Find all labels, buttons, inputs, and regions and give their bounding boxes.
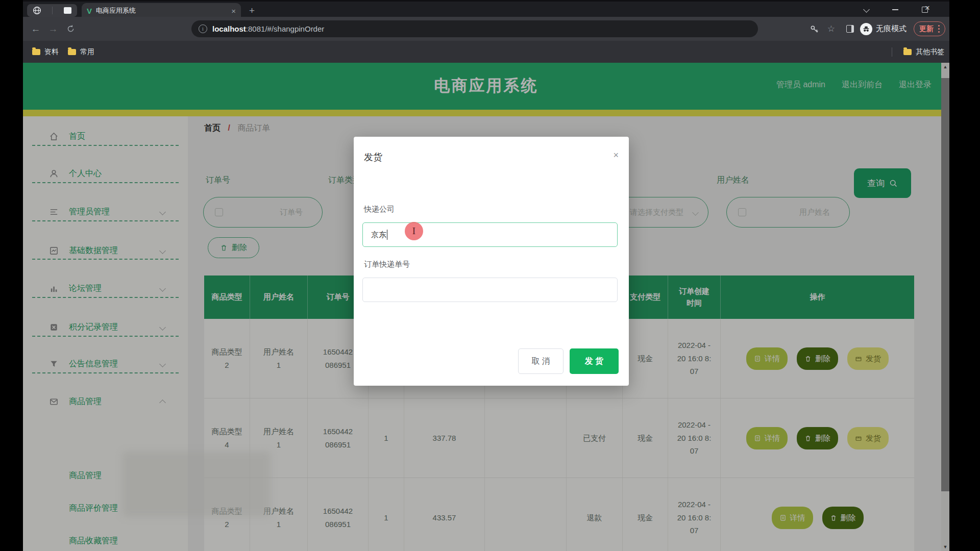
side-panel-icon[interactable]	[846, 25, 854, 33]
ship-dialog: 发货 × 快递公司 京东 订单快递单号 取 消 发 货 Ι	[354, 137, 629, 386]
close-window-button[interactable]: ×	[925, 6, 949, 11]
reload-button[interactable]	[62, 24, 79, 33]
key-icon[interactable]	[810, 24, 819, 34]
window-menu-caret-icon[interactable]	[864, 9, 869, 12]
tracking-input[interactable]	[362, 278, 618, 302]
tab-strip: V 电商应用系统 × + ×	[23, 0, 949, 18]
close-icon[interactable]: ×	[613, 150, 619, 161]
blank-favicon-icon	[64, 7, 71, 14]
active-tab[interactable]: V 电商应用系统 ×	[82, 3, 241, 18]
incognito-icon	[860, 23, 872, 35]
bookmark-folder-ziliao[interactable]: 资料	[44, 47, 59, 57]
url-text: localhost:8081/#/shangpinOrder	[212, 24, 324, 33]
courier-value: 京东	[371, 230, 386, 240]
click-highlight-cursor: Ι	[405, 222, 423, 240]
text-caret	[387, 230, 387, 240]
address-bar[interactable]: i localhost:8081/#/shangpinOrder	[191, 20, 758, 37]
pinned-divider	[52, 7, 53, 14]
tab-close-icon[interactable]: ×	[231, 7, 236, 15]
tracking-label: 订单快递单号	[364, 260, 410, 269]
other-bookmarks[interactable]: 其他书签	[916, 47, 944, 57]
page-viewport: 电商应用系统 管理员 admin 退出到前台 退出登录 首页 个人中心 管理员	[23, 63, 949, 551]
bookmark-folder-changyong[interactable]: 常用	[80, 47, 94, 57]
folder-icon	[903, 49, 912, 55]
url-path: :8081/#/shangpinOrder	[246, 24, 324, 33]
folder-icon	[68, 49, 76, 55]
courier-input[interactable]: 京东	[362, 222, 618, 247]
incognito-label: 无痕模式	[876, 24, 906, 34]
bookmarks-bar: 资料 常用 其他书签	[23, 41, 949, 63]
update-label[interactable]: 更新	[919, 24, 934, 34]
menu-dots-icon[interactable]	[938, 28, 940, 30]
site-info-icon[interactable]: i	[199, 24, 207, 33]
bookmarks-divider	[892, 47, 892, 57]
pinned-tabs[interactable]	[27, 4, 77, 17]
tab-title: 电商应用系统	[96, 6, 227, 15]
blurred-watermark	[122, 452, 271, 517]
browser-toolbar: ← → i localhost:8081/#/shangpinOrder ☆ 无…	[23, 17, 949, 41]
bookmark-star-icon[interactable]: ☆	[827, 23, 835, 34]
globe-icon	[33, 6, 41, 15]
update-chip[interactable]: 更新	[914, 21, 945, 36]
forward-button[interactable]: →	[44, 23, 62, 35]
confirm-ship-button[interactable]: 发 货	[570, 348, 619, 374]
url-host: localhost	[212, 24, 246, 33]
cancel-button[interactable]: 取 消	[518, 348, 564, 374]
folder-icon	[32, 49, 40, 55]
courier-label: 快递公司	[364, 205, 395, 214]
dialog-title: 发货	[364, 151, 382, 163]
browser-window: V 电商应用系统 × + × ← → i localhost:8081/#/sh…	[23, 0, 949, 551]
minimize-button[interactable]	[892, 9, 898, 10]
new-tab-button[interactable]: +	[249, 5, 255, 16]
back-button[interactable]: ←	[27, 23, 44, 35]
vue-favicon-icon: V	[87, 7, 92, 15]
